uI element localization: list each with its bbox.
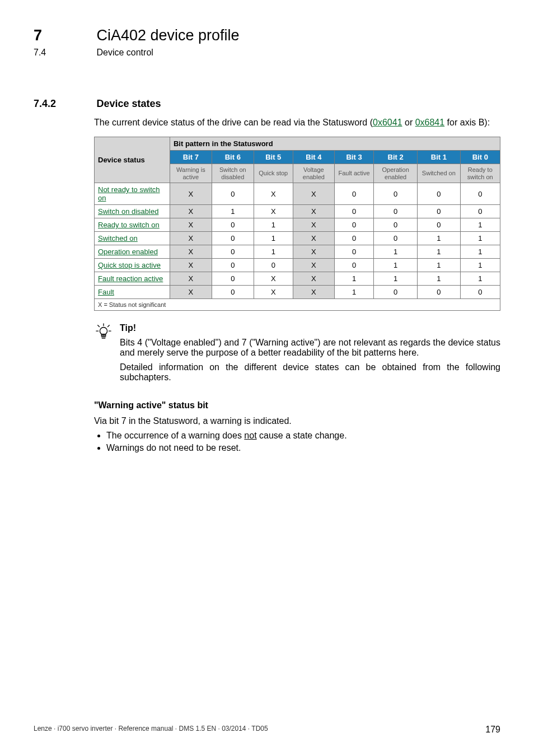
table-group-caption: Bit pattern in the Statusword	[170, 137, 500, 151]
svg-point-5	[100, 328, 107, 335]
table-cell: 1	[335, 286, 374, 299]
table-cell: 1	[418, 232, 460, 245]
table-cell: 1	[418, 245, 460, 259]
list-item: Warnings do not need to be reset.	[106, 443, 500, 453]
table-cell: 0	[335, 232, 374, 245]
table-cell: 0	[460, 286, 500, 299]
runhead-title: CiA402 device profile	[96, 27, 239, 44]
runsub-title: Device control	[96, 48, 153, 57]
table-cell: 0	[418, 205, 460, 218]
table-cell: 0	[212, 286, 254, 299]
table-cell: X	[170, 286, 212, 299]
intro-paragraph: The current device status of the drive c…	[94, 118, 500, 128]
table-cell: X	[293, 272, 334, 286]
device-status-link[interactable]: Ready to switch on	[98, 221, 160, 229]
table-bit-header: Bit 7	[170, 151, 212, 164]
table-cell: 1	[418, 259, 460, 272]
table-bit-desc: Fault active	[335, 164, 374, 183]
svg-line-1	[98, 325, 100, 327]
table-cell: X	[170, 183, 212, 205]
tip-title: Tip!	[120, 323, 500, 333]
warning-bit-paragraph: Via bit 7 in the Statusword, a warning i…	[94, 416, 500, 426]
table-cell: X	[170, 218, 212, 232]
intro-text-mid: or	[402, 118, 415, 127]
device-status-link[interactable]: Quick stop is active	[98, 261, 161, 269]
table-cell: 0	[335, 245, 374, 259]
table-cell: 1	[374, 259, 418, 272]
intro-text-pre: The current device status of the drive c…	[94, 118, 373, 127]
link-0x6841[interactable]: 0x6841	[415, 118, 445, 127]
lightbulb-icon	[94, 323, 113, 340]
running-header: 7 CiA402 device profile	[34, 27, 500, 44]
device-status-link[interactable]: Not ready to switch on	[98, 185, 160, 202]
tip-paragraph-2: Detailed information on the different de…	[120, 362, 500, 382]
table-cell: 0	[418, 286, 460, 299]
table-bit-desc: Warning is active	[170, 164, 212, 183]
table-row: Quick stop is activeX00X0111	[95, 259, 500, 272]
table-bit-header: Bit 3	[335, 151, 374, 164]
table-cell: X	[254, 272, 293, 286]
table-cell: 0	[212, 183, 254, 205]
table-cell: X	[293, 286, 334, 299]
table-cell: 0	[335, 183, 374, 205]
table-row: Operation enabledX01X0111	[95, 245, 500, 259]
tip-box: Tip! Bits 4 ("Voltage enabled") and 7 ("…	[94, 323, 500, 382]
device-status-table: Device status Bit pattern in the Statusw…	[94, 137, 500, 311]
device-status-link[interactable]: Fault	[98, 288, 114, 296]
table-cell: 0	[212, 259, 254, 272]
running-subheader: 7.4 Device control	[34, 48, 500, 58]
table-cell: X	[293, 183, 334, 205]
table-cell: X	[170, 205, 212, 218]
bullet1-post: cause a state change.	[257, 431, 347, 440]
table-bit-header: Bit 2	[374, 151, 418, 164]
device-status-link[interactable]: Switch on disabled	[98, 207, 158, 216]
warning-bit-bullets: The occurrence of a warning does not cau…	[94, 431, 500, 453]
bullet1-pre: The occurrence of a warning does	[106, 431, 244, 440]
table-cell: 0	[374, 232, 418, 245]
table-row-label: Switch on disabled	[95, 205, 170, 218]
table-cell: X	[293, 259, 334, 272]
table-bit-desc: Switch on disabled	[212, 164, 254, 183]
table-cell: 0	[374, 286, 418, 299]
table-bit-header: Bit 1	[418, 151, 460, 164]
device-status-link[interactable]: Fault reaction active	[98, 274, 163, 283]
table-row-label: Fault reaction active	[95, 272, 170, 286]
table-cell: 0	[418, 183, 460, 205]
table-row: FaultX0XX1000	[95, 286, 500, 299]
table-cell: 1	[460, 232, 500, 245]
table-cell: X	[293, 245, 334, 259]
intro-text-post: for axis B):	[444, 118, 490, 127]
link-0x6041[interactable]: 0x6041	[373, 118, 402, 127]
table-cell: X	[254, 205, 293, 218]
table-row: Fault reaction activeX0XX1111	[95, 272, 500, 286]
table-cell: X	[170, 232, 212, 245]
table-cell: 1	[374, 272, 418, 286]
runhead-number: 7	[34, 27, 94, 44]
section-number: 7.4.2	[34, 98, 94, 110]
page-number: 179	[485, 725, 500, 735]
table-cell: 1	[460, 272, 500, 286]
table-cell: 0	[335, 205, 374, 218]
table-cell: 0	[212, 272, 254, 286]
bullet1-underline: not	[244, 431, 256, 440]
table-footnote: X = Status not significant	[95, 299, 500, 311]
table-cell: X	[293, 232, 334, 245]
table-cell: 0	[460, 205, 500, 218]
table-bit-header: Bit 4	[293, 151, 334, 164]
table-row-label: Operation enabled	[95, 245, 170, 259]
table-cell: 1	[254, 245, 293, 259]
table-cell: 0	[418, 218, 460, 232]
table-bit-header: Bit 6	[212, 151, 254, 164]
table-cell: 0	[460, 183, 500, 205]
table-row-label: Quick stop is active	[95, 259, 170, 272]
table-cell: X	[170, 259, 212, 272]
runsub-number: 7.4	[34, 48, 94, 58]
table-row: Not ready to switch onX0XX0000	[95, 183, 500, 205]
table-bit-header: Bit 0	[460, 151, 500, 164]
table-cell: 0	[374, 218, 418, 232]
device-status-link[interactable]: Switched on	[98, 234, 138, 242]
table-cell: X	[170, 245, 212, 259]
device-status-link[interactable]: Operation enabled	[98, 248, 158, 256]
table-bit-header: Bit 5	[254, 151, 293, 164]
table-cell: X	[293, 205, 334, 218]
